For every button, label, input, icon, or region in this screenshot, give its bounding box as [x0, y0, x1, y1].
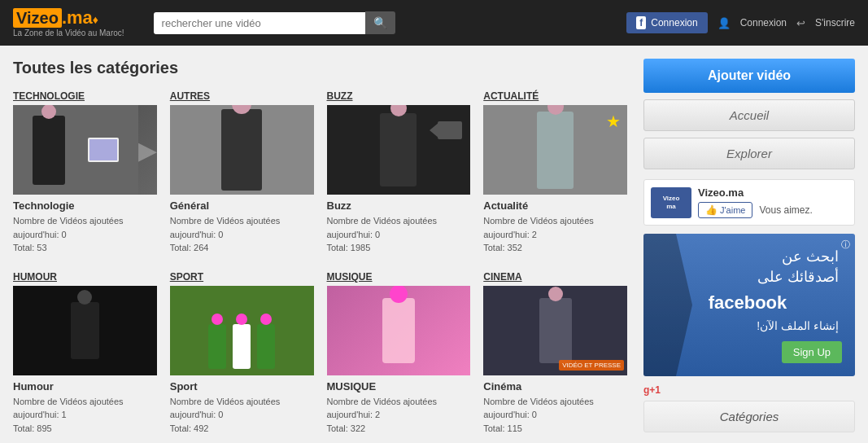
gplus-icon: g+1: [643, 384, 661, 396]
category-name-humour: Humour: [13, 380, 157, 393]
category-name-buzz: Buzz: [327, 200, 471, 212]
category-thumb-cinema[interactable]: VIDÉO ET PRESSE: [483, 286, 627, 375]
fb-icon: f: [636, 16, 646, 29]
category-stats-sport: Nombre de Vidéos ajoutées aujourd'hui: 0…: [170, 395, 314, 436]
header-right: f Connexion 👤 Connexion ↩ S'inscrire: [626, 12, 855, 33]
cinema-logo-overlay: VIDÉO ET PRESSE: [559, 360, 624, 371]
category-link-general[interactable]: AUTRES: [170, 90, 314, 102]
category-thumb-actualite[interactable]: ★: [483, 105, 627, 195]
accueil-button[interactable]: Accueil: [643, 99, 855, 131]
header: Vizeo.ma♦ La Zone de la Vidéo au Maroc! …: [0, 0, 868, 46]
category-name-actualite: Actualité: [483, 200, 627, 212]
fb-like-button[interactable]: 👍 J'aime: [698, 202, 752, 218]
category-name-musique: MUSIQUE: [327, 380, 471, 393]
category-item-humour: HUMOUR Humour Nombre de Vidéos ajoutées …: [13, 271, 157, 436]
category-link-cinema[interactable]: CINEMA: [483, 271, 627, 283]
fb-widget-name: Vizeo.ma: [698, 186, 848, 199]
categories-grid: TECHNOLOGIE Technologie Nombre de Vidéos…: [13, 90, 627, 435]
main-container: Toutes les catégories TECHNOLOGIE Techno…: [0, 46, 868, 443]
explorer-button[interactable]: Explorer: [643, 138, 855, 169]
signup-button[interactable]: Sign Up: [782, 341, 842, 363]
category-item-sport: SPORT Sport Nombre de Vidéos ajoutées au…: [170, 271, 314, 436]
category-stats-actualite: Nombre de Vidéos ajoutées aujourd'hui: 2…: [483, 214, 627, 255]
star-badge: ★: [606, 112, 621, 131]
jaime-label: J'aime: [720, 205, 745, 215]
page-title: Toutes les catégories: [13, 59, 627, 77]
fb-widget-right: Vizeo.ma 👍 J'aime Vous aimez.: [698, 186, 848, 218]
logo-text: Vizeo.ma♦: [13, 9, 98, 27]
category-thumb-humour[interactable]: [13, 286, 157, 375]
category-thumb-musique[interactable]: [327, 286, 471, 375]
category-item-actualite: ACTUALITÉ ★ Actualité Nombre de Vidéos a…: [483, 90, 627, 255]
category-stats-buzz: Nombre de Vidéos ajoutées aujourd'hui: 0…: [327, 214, 471, 255]
category-link-actualite[interactable]: ACTUALITÉ: [483, 90, 627, 102]
category-stats-musique: Nombre de Vidéos ajoutées aujourd'hui: 2…: [327, 395, 471, 436]
category-link-humour[interactable]: HUMOUR: [13, 271, 157, 283]
category-name-technologie: Technologie: [13, 200, 157, 212]
category-item-buzz: Buzz Buzz Nombre de Vidéos ajoutées aujo…: [327, 90, 471, 255]
category-item-musique: MUSIQUE MUSIQUE Nombre de Vidéos ajoutée…: [327, 271, 471, 436]
person-icon: 👤: [718, 17, 731, 29]
sidebar: Ajouter vidéo Accueil Explorer Vizeoma V…: [643, 59, 855, 435]
fb-login-label: Connexion: [651, 17, 697, 29]
fb-widget-logo: Vizeoma: [651, 187, 691, 218]
fb-login-button[interactable]: f Connexion: [626, 12, 707, 33]
category-name-sport: Sport: [170, 380, 314, 393]
category-stats-humour: Nombre de Vidéos ajoutées aujourd'hui: 1…: [13, 395, 157, 436]
category-thumb-technologie[interactable]: [13, 105, 157, 195]
category-link-sport[interactable]: SPORT: [170, 271, 314, 283]
category-link-buzz[interactable]: Buzz: [327, 90, 471, 102]
category-thumb-buzz[interactable]: [327, 105, 471, 195]
search-area: 🔍: [154, 11, 395, 34]
category-name-cinema: Cinéma: [483, 380, 627, 393]
category-item-cinema: CINEMA VIDÉO ET PRESSE Cinéma Nombre de …: [483, 271, 627, 436]
content-area: Toutes les catégories TECHNOLOGIE Techno…: [13, 59, 627, 435]
category-name-general: Général: [170, 200, 314, 212]
search-button[interactable]: 🔍: [365, 11, 395, 34]
ajouter-video-button[interactable]: Ajouter vidéo: [643, 59, 855, 93]
logo[interactable]: Vizeo.ma♦ La Zone de la Vidéo au Maroc!: [13, 9, 124, 37]
category-link-technologie[interactable]: TECHNOLOGIE: [13, 90, 157, 102]
sinscrire-link[interactable]: S'inscrire: [815, 17, 855, 29]
category-item-general: AUTRES Général Nombre de Vidéos ajoutées…: [170, 90, 314, 255]
category-stats-general: Nombre de Vidéos ajoutées aujourd'hui: 0…: [170, 214, 314, 255]
category-item-technologie: TECHNOLOGIE Technologie Nombre de Vidéos…: [13, 90, 157, 255]
fb-like-row: 👍 J'aime Vous aimez.: [698, 202, 848, 218]
info-icon: ⓘ: [841, 239, 850, 251]
category-link-musique[interactable]: MUSIQUE: [327, 271, 471, 283]
logo-subtitle: La Zone de la Vidéo au Maroc!: [13, 29, 124, 37]
category-stats-cinema: Nombre de Vidéos ajoutées aujourd'hui: 0…: [483, 395, 627, 436]
separator: ↩: [796, 17, 805, 29]
fb-widget: Vizeoma Vizeo.ma 👍 J'aime Vous aimez.: [643, 179, 855, 226]
category-thumb-sport[interactable]: [170, 286, 314, 375]
thumb-icon: 👍: [705, 204, 718, 216]
search-input[interactable]: [154, 12, 365, 34]
sidebar-categories-label[interactable]: Catégories: [643, 401, 855, 432]
fb-ad-banner: ⓘ ابحث عن أصدقائك على facebook إنشاء الم…: [643, 234, 855, 376]
gplus-row: g+1: [643, 384, 855, 396]
connexion-link[interactable]: Connexion: [740, 17, 787, 29]
fb-ad-ar1: ابحث عن: [656, 247, 839, 267]
category-stats-technologie: Nombre de Vidéos ajoutées aujourd'hui: 0…: [13, 214, 157, 255]
vous-aimez-text: Vous aimez.: [759, 204, 812, 216]
category-thumb-general[interactable]: [170, 105, 314, 195]
